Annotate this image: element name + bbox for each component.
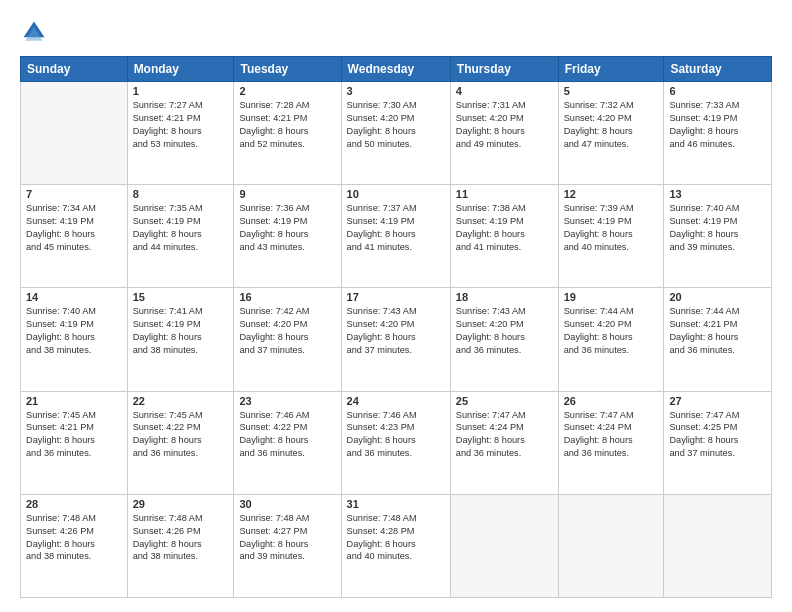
cell-details: Sunrise: 7:48 AM Sunset: 4:26 PM Dayligh… xyxy=(133,512,229,564)
calendar-cell: 4Sunrise: 7:31 AM Sunset: 4:20 PM Daylig… xyxy=(450,82,558,185)
calendar: SundayMondayTuesdayWednesdayThursdayFrid… xyxy=(20,56,772,598)
cell-details: Sunrise: 7:35 AM Sunset: 4:19 PM Dayligh… xyxy=(133,202,229,254)
cell-details: Sunrise: 7:41 AM Sunset: 4:19 PM Dayligh… xyxy=(133,305,229,357)
calendar-header-row: SundayMondayTuesdayWednesdayThursdayFrid… xyxy=(21,57,772,82)
cell-details: Sunrise: 7:36 AM Sunset: 4:19 PM Dayligh… xyxy=(239,202,335,254)
day-number: 24 xyxy=(347,395,445,407)
calendar-cell: 9Sunrise: 7:36 AM Sunset: 4:19 PM Daylig… xyxy=(234,185,341,288)
calendar-cell: 16Sunrise: 7:42 AM Sunset: 4:20 PM Dayli… xyxy=(234,288,341,391)
calendar-cell: 13Sunrise: 7:40 AM Sunset: 4:19 PM Dayli… xyxy=(664,185,772,288)
day-number: 10 xyxy=(347,188,445,200)
day-number: 20 xyxy=(669,291,766,303)
calendar-cell xyxy=(21,82,128,185)
calendar-cell: 17Sunrise: 7:43 AM Sunset: 4:20 PM Dayli… xyxy=(341,288,450,391)
day-number: 22 xyxy=(133,395,229,407)
day-number: 18 xyxy=(456,291,553,303)
cell-details: Sunrise: 7:48 AM Sunset: 4:27 PM Dayligh… xyxy=(239,512,335,564)
cell-details: Sunrise: 7:46 AM Sunset: 4:22 PM Dayligh… xyxy=(239,409,335,461)
cell-details: Sunrise: 7:34 AM Sunset: 4:19 PM Dayligh… xyxy=(26,202,122,254)
cell-details: Sunrise: 7:32 AM Sunset: 4:20 PM Dayligh… xyxy=(564,99,659,151)
cell-details: Sunrise: 7:38 AM Sunset: 4:19 PM Dayligh… xyxy=(456,202,553,254)
day-header-saturday: Saturday xyxy=(664,57,772,82)
calendar-cell xyxy=(450,494,558,597)
calendar-week-4: 28Sunrise: 7:48 AM Sunset: 4:26 PM Dayli… xyxy=(21,494,772,597)
calendar-cell: 10Sunrise: 7:37 AM Sunset: 4:19 PM Dayli… xyxy=(341,185,450,288)
calendar-cell: 6Sunrise: 7:33 AM Sunset: 4:19 PM Daylig… xyxy=(664,82,772,185)
calendar-cell: 12Sunrise: 7:39 AM Sunset: 4:19 PM Dayli… xyxy=(558,185,664,288)
cell-details: Sunrise: 7:47 AM Sunset: 4:24 PM Dayligh… xyxy=(456,409,553,461)
day-number: 16 xyxy=(239,291,335,303)
calendar-cell xyxy=(558,494,664,597)
cell-details: Sunrise: 7:47 AM Sunset: 4:25 PM Dayligh… xyxy=(669,409,766,461)
calendar-cell: 30Sunrise: 7:48 AM Sunset: 4:27 PM Dayli… xyxy=(234,494,341,597)
cell-details: Sunrise: 7:40 AM Sunset: 4:19 PM Dayligh… xyxy=(669,202,766,254)
cell-details: Sunrise: 7:37 AM Sunset: 4:19 PM Dayligh… xyxy=(347,202,445,254)
day-number: 26 xyxy=(564,395,659,407)
day-number: 25 xyxy=(456,395,553,407)
cell-details: Sunrise: 7:31 AM Sunset: 4:20 PM Dayligh… xyxy=(456,99,553,151)
calendar-cell: 20Sunrise: 7:44 AM Sunset: 4:21 PM Dayli… xyxy=(664,288,772,391)
calendar-cell: 23Sunrise: 7:46 AM Sunset: 4:22 PM Dayli… xyxy=(234,391,341,494)
calendar-cell: 21Sunrise: 7:45 AM Sunset: 4:21 PM Dayli… xyxy=(21,391,128,494)
cell-details: Sunrise: 7:30 AM Sunset: 4:20 PM Dayligh… xyxy=(347,99,445,151)
calendar-cell: 31Sunrise: 7:48 AM Sunset: 4:28 PM Dayli… xyxy=(341,494,450,597)
day-header-sunday: Sunday xyxy=(21,57,128,82)
calendar-week-2: 14Sunrise: 7:40 AM Sunset: 4:19 PM Dayli… xyxy=(21,288,772,391)
calendar-cell: 11Sunrise: 7:38 AM Sunset: 4:19 PM Dayli… xyxy=(450,185,558,288)
calendar-cell: 25Sunrise: 7:47 AM Sunset: 4:24 PM Dayli… xyxy=(450,391,558,494)
calendar-cell: 7Sunrise: 7:34 AM Sunset: 4:19 PM Daylig… xyxy=(21,185,128,288)
logo-icon xyxy=(20,18,48,46)
cell-details: Sunrise: 7:46 AM Sunset: 4:23 PM Dayligh… xyxy=(347,409,445,461)
day-number: 21 xyxy=(26,395,122,407)
cell-details: Sunrise: 7:40 AM Sunset: 4:19 PM Dayligh… xyxy=(26,305,122,357)
header xyxy=(20,18,772,46)
day-number: 28 xyxy=(26,498,122,510)
day-header-friday: Friday xyxy=(558,57,664,82)
day-header-tuesday: Tuesday xyxy=(234,57,341,82)
day-number: 17 xyxy=(347,291,445,303)
cell-details: Sunrise: 7:33 AM Sunset: 4:19 PM Dayligh… xyxy=(669,99,766,151)
cell-details: Sunrise: 7:28 AM Sunset: 4:21 PM Dayligh… xyxy=(239,99,335,151)
day-header-wednesday: Wednesday xyxy=(341,57,450,82)
calendar-cell: 29Sunrise: 7:48 AM Sunset: 4:26 PM Dayli… xyxy=(127,494,234,597)
day-number: 23 xyxy=(239,395,335,407)
day-number: 6 xyxy=(669,85,766,97)
day-number: 5 xyxy=(564,85,659,97)
day-number: 9 xyxy=(239,188,335,200)
day-header-thursday: Thursday xyxy=(450,57,558,82)
cell-details: Sunrise: 7:48 AM Sunset: 4:28 PM Dayligh… xyxy=(347,512,445,564)
calendar-cell: 26Sunrise: 7:47 AM Sunset: 4:24 PM Dayli… xyxy=(558,391,664,494)
day-number: 3 xyxy=(347,85,445,97)
cell-details: Sunrise: 7:39 AM Sunset: 4:19 PM Dayligh… xyxy=(564,202,659,254)
cell-details: Sunrise: 7:43 AM Sunset: 4:20 PM Dayligh… xyxy=(456,305,553,357)
calendar-cell: 28Sunrise: 7:48 AM Sunset: 4:26 PM Dayli… xyxy=(21,494,128,597)
day-number: 8 xyxy=(133,188,229,200)
page: SundayMondayTuesdayWednesdayThursdayFrid… xyxy=(0,0,792,612)
cell-details: Sunrise: 7:47 AM Sunset: 4:24 PM Dayligh… xyxy=(564,409,659,461)
calendar-week-1: 7Sunrise: 7:34 AM Sunset: 4:19 PM Daylig… xyxy=(21,185,772,288)
day-number: 2 xyxy=(239,85,335,97)
calendar-week-3: 21Sunrise: 7:45 AM Sunset: 4:21 PM Dayli… xyxy=(21,391,772,494)
logo xyxy=(20,18,52,46)
cell-details: Sunrise: 7:48 AM Sunset: 4:26 PM Dayligh… xyxy=(26,512,122,564)
calendar-cell: 8Sunrise: 7:35 AM Sunset: 4:19 PM Daylig… xyxy=(127,185,234,288)
calendar-cell: 5Sunrise: 7:32 AM Sunset: 4:20 PM Daylig… xyxy=(558,82,664,185)
day-number: 7 xyxy=(26,188,122,200)
calendar-cell: 3Sunrise: 7:30 AM Sunset: 4:20 PM Daylig… xyxy=(341,82,450,185)
day-number: 29 xyxy=(133,498,229,510)
day-header-monday: Monday xyxy=(127,57,234,82)
day-number: 19 xyxy=(564,291,659,303)
day-number: 27 xyxy=(669,395,766,407)
calendar-cell: 24Sunrise: 7:46 AM Sunset: 4:23 PM Dayli… xyxy=(341,391,450,494)
calendar-cell: 22Sunrise: 7:45 AM Sunset: 4:22 PM Dayli… xyxy=(127,391,234,494)
calendar-cell: 18Sunrise: 7:43 AM Sunset: 4:20 PM Dayli… xyxy=(450,288,558,391)
day-number: 15 xyxy=(133,291,229,303)
calendar-cell: 1Sunrise: 7:27 AM Sunset: 4:21 PM Daylig… xyxy=(127,82,234,185)
day-number: 1 xyxy=(133,85,229,97)
calendar-week-0: 1Sunrise: 7:27 AM Sunset: 4:21 PM Daylig… xyxy=(21,82,772,185)
day-number: 31 xyxy=(347,498,445,510)
day-number: 12 xyxy=(564,188,659,200)
cell-details: Sunrise: 7:45 AM Sunset: 4:22 PM Dayligh… xyxy=(133,409,229,461)
calendar-cell: 15Sunrise: 7:41 AM Sunset: 4:19 PM Dayli… xyxy=(127,288,234,391)
day-number: 4 xyxy=(456,85,553,97)
